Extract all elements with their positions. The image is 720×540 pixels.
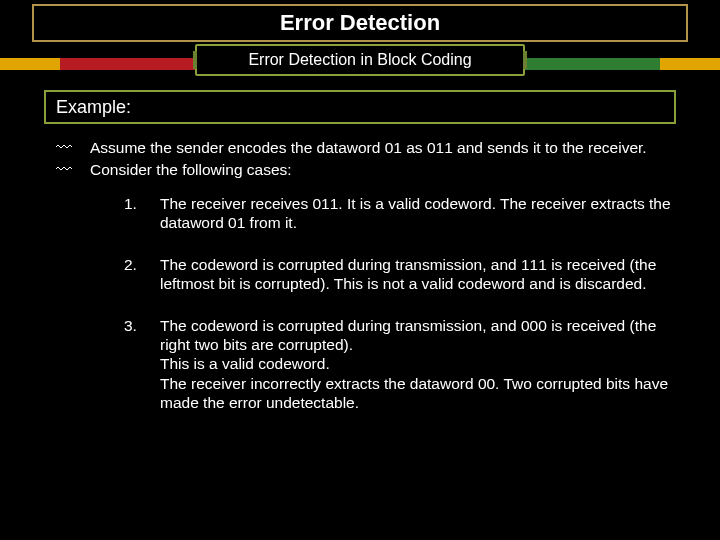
- bullet-item: 〰 Consider the following cases:: [56, 160, 676, 180]
- case-item: 2. The codeword is corrupted during tran…: [124, 255, 676, 294]
- bullet-text: Assume the sender encodes the dataword 0…: [90, 138, 676, 158]
- stripe-yellow-left: [0, 58, 60, 70]
- case-line: The codeword is corrupted during transmi…: [160, 255, 676, 294]
- example-label: Example:: [56, 97, 131, 118]
- slide: Error Detection Error Detection in Block…: [0, 0, 720, 540]
- numbered-list: 1. The receiver receives 011. It is a va…: [124, 194, 676, 412]
- bullet-icon: 〰: [56, 138, 90, 158]
- slide-subtitle: Error Detection in Block Coding: [248, 51, 471, 69]
- case-line: This is a valid codeword.: [160, 354, 676, 373]
- title-box: Error Detection: [32, 4, 688, 42]
- case-item: 1. The receiver receives 011. It is a va…: [124, 194, 676, 233]
- case-text: The receiver receives 011. It is a valid…: [160, 194, 676, 233]
- bullet-item: 〰 Assume the sender encodes the dataword…: [56, 138, 676, 158]
- bullet-icon: 〰: [56, 160, 90, 180]
- content-area: 〰 Assume the sender encodes the dataword…: [56, 138, 676, 528]
- case-number: 1.: [124, 194, 160, 233]
- case-line: The receiver incorrectly extracts the da…: [160, 374, 676, 413]
- case-item: 3. The codeword is corrupted during tran…: [124, 316, 676, 413]
- case-line: The receiver receives 011. It is a valid…: [160, 194, 676, 233]
- example-box: Example:: [44, 90, 676, 124]
- case-number: 2.: [124, 255, 160, 294]
- case-line: The codeword is corrupted during transmi…: [160, 316, 676, 355]
- case-number: 3.: [124, 316, 160, 413]
- slide-title: Error Detection: [280, 10, 440, 36]
- subtitle-box: Error Detection in Block Coding: [195, 44, 525, 76]
- case-text: The codeword is corrupted during transmi…: [160, 316, 676, 413]
- case-text: The codeword is corrupted during transmi…: [160, 255, 676, 294]
- bullet-text: Consider the following cases:: [90, 160, 676, 180]
- stripe-yellow-right: [660, 58, 720, 70]
